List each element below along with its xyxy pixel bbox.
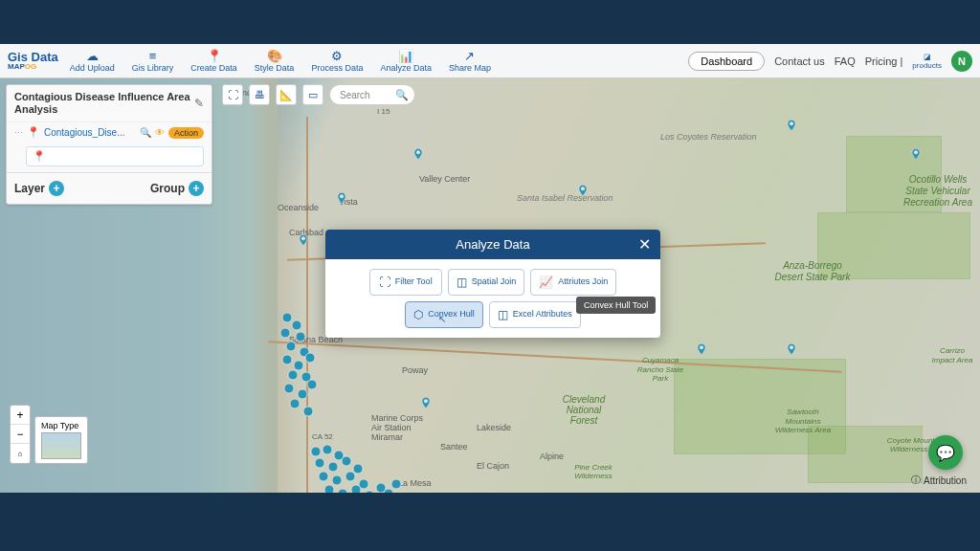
label-los-coyotes: Los Coyotes Reservation [660, 132, 757, 142]
svg-point-25 [311, 447, 321, 456]
drag-handle-icon[interactable]: ⋯ [14, 128, 23, 138]
svg-point-39 [365, 491, 374, 493]
basemap-switcher[interactable]: Map Type [34, 416, 88, 464]
svg-point-33 [332, 475, 342, 485]
add-layer-button[interactable]: Layer+ [14, 181, 64, 196]
map-attribution[interactable]: ⓘAttribution [911, 474, 967, 487]
filter-tool-button[interactable]: ⛶Filter Tool [369, 269, 442, 296]
svg-point-26 [323, 445, 332, 454]
add-group-button[interactable]: Group+ [150, 181, 204, 196]
nav-style-data[interactable]: 🎨Style Data [249, 50, 301, 73]
svg-point-13 [286, 342, 296, 351]
visibility-icon[interactable]: 👁 [155, 127, 165, 138]
map-marker[interactable] [412, 145, 425, 163]
library-icon: ≡ [149, 50, 157, 62]
map-search-input[interactable]: Search 🔍 [329, 84, 415, 105]
layer-symbology[interactable]: 📍 [26, 146, 204, 166]
svg-point-32 [319, 472, 328, 481]
map-marker[interactable] [785, 117, 798, 134]
map-marker[interactable] [785, 341, 798, 358]
zoom-out-button[interactable]: − [11, 425, 30, 444]
pin-icon: 📍 [207, 50, 222, 62]
map-marker[interactable] [576, 182, 590, 199]
pricing-link[interactable]: Pricing | [865, 55, 903, 67]
label-i15: I 15 [377, 107, 390, 116]
svg-point-28 [315, 458, 324, 468]
nav-gis-library[interactable]: ≡Gis Library [126, 50, 180, 73]
chart-icon: 📈 [539, 276, 553, 289]
zoom-in-button[interactable]: + [11, 406, 30, 425]
excel-icon: ◫ [498, 308, 508, 321]
label-oceanside: Oceanside [278, 203, 319, 212]
user-avatar[interactable]: N [951, 51, 972, 72]
map-marker[interactable] [297, 231, 310, 249]
chat-icon: 💬 [936, 444, 955, 462]
modal-title: Analyze Data [456, 237, 529, 252]
filter-icon: ⛶ [379, 276, 390, 289]
hull-icon: ⬡ [413, 308, 423, 321]
symbol-pin-icon: 📍 [33, 150, 46, 163]
svg-point-30 [342, 456, 351, 466]
nav-create-data[interactable]: 📍Create Data [185, 50, 243, 73]
layer-pin-icon: 📍 [27, 126, 40, 139]
cursor-icon: ↖ [438, 314, 446, 324]
analyze-data-modal: Analyze Data ✕ ⛶Filter Tool ◫Spatial Joi… [325, 230, 660, 338]
spatial-join-button[interactable]: ◫Spatial Join [448, 269, 525, 296]
maptype-label: Map Type [41, 421, 81, 430]
nav-analyze-data[interactable]: 📊Analyze Data [374, 50, 437, 73]
label-lakeside: Lakeside [477, 423, 511, 432]
marker-cluster[interactable] [306, 442, 412, 493]
label-ocotillo: Ocotillo Wells State Vehicular Recreatio… [900, 174, 976, 209]
label-anza: Anza-Borrego Desert State Park [769, 260, 856, 283]
print-icon[interactable]: 🖶 [249, 84, 270, 105]
products-menu[interactable]: ◪products [912, 53, 942, 70]
svg-point-8 [301, 237, 305, 241]
layer-name[interactable]: Contagious_Dise... [44, 127, 136, 138]
nav-process-data[interactable]: ⚙Process Data [305, 50, 368, 73]
svg-point-17 [305, 353, 315, 363]
select-icon[interactable]: ▭ [302, 84, 323, 105]
map-marker[interactable] [695, 341, 708, 358]
svg-point-16 [294, 361, 303, 370]
svg-point-5 [914, 151, 918, 155]
label-miramar: Marine Corps Air Station Miramar [371, 413, 429, 442]
faq-link[interactable]: FAQ [835, 55, 856, 67]
label-pine-creek: Pine Creek Wilderness [565, 463, 622, 481]
cube-icon: ◪ [924, 53, 931, 61]
map-marker[interactable] [335, 189, 348, 207]
label-sawtooth: Sawtooth Mountains Wilderness Area [769, 408, 836, 435]
maptype-thumbnail [41, 432, 81, 459]
svg-point-45 [391, 479, 401, 489]
svg-point-34 [345, 472, 355, 481]
svg-point-1 [581, 187, 585, 191]
expand-icon[interactable]: ⛶ [222, 84, 243, 105]
project-title: Contagious Disease Influence Area Analys… [14, 91, 194, 116]
svg-point-0 [416, 151, 420, 155]
zoom-to-layer-icon[interactable]: 🔍 [140, 127, 151, 138]
measure-icon[interactable]: 📐 [276, 84, 297, 105]
zoom-home-button[interactable]: ⌂ [11, 444, 30, 463]
layer-action-button[interactable]: Action [168, 127, 204, 139]
svg-point-2 [790, 122, 793, 126]
map-marker[interactable] [419, 394, 433, 411]
dashboard-button[interactable]: Dashboard [688, 52, 765, 71]
svg-point-24 [303, 407, 313, 416]
plus-icon: + [49, 181, 64, 196]
map-marker[interactable] [909, 145, 923, 163]
svg-point-36 [324, 485, 334, 493]
edit-title-icon[interactable]: ✎ [194, 97, 204, 110]
convex-hull-button[interactable]: ⬡Convex Hull↖ [405, 301, 483, 328]
svg-point-11 [280, 328, 290, 338]
excel-attributes-button[interactable]: ◫Excel Attributes [489, 301, 581, 328]
palette-icon: 🎨 [267, 50, 282, 62]
contact-link[interactable]: Contact us [774, 55, 825, 67]
chat-button[interactable]: 💬 [928, 435, 963, 470]
svg-point-38 [351, 485, 361, 493]
close-icon[interactable]: ✕ [638, 235, 651, 253]
svg-point-7 [340, 195, 344, 199]
svg-point-3 [700, 346, 703, 350]
layers-panel: Contagious Disease Influence Area Analys… [6, 84, 212, 205]
attributes-join-button[interactable]: 📈Attriutes Join [530, 269, 616, 296]
nav-add-upload[interactable]: ☁Add Upload [64, 50, 121, 73]
nav-share-map[interactable]: ↗Share Map [443, 50, 497, 73]
